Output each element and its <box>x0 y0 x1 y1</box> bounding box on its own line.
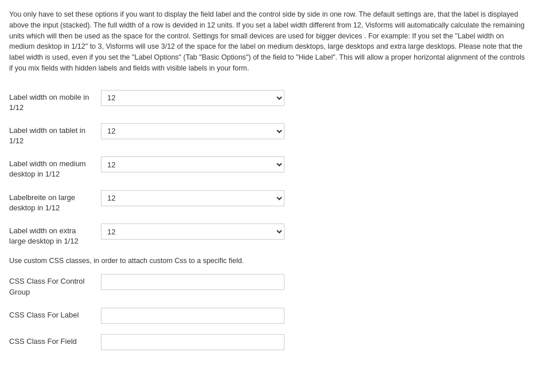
select-label-width-mobile[interactable]: 123456789101112 <box>101 90 284 106</box>
input-css-class-label[interactable] <box>101 308 284 324</box>
label-label-width-medium: Label width on medium desktop in 1/12 <box>9 156 101 179</box>
select-label-width-extra-large[interactable]: 123456789101112 <box>101 224 284 240</box>
row-label-width-tablet: Label width on tablet in 1/1212345678910… <box>9 123 529 146</box>
select-label-width-tablet[interactable]: 123456789101112 <box>101 123 284 139</box>
label-css-class-field: CSS Class For Field <box>9 334 101 347</box>
input-css-class-field[interactable] <box>101 334 284 350</box>
label-label-width-mobile: Label width on mobile in 1/12 <box>9 90 101 113</box>
label-label-width-extra-large: Label width on extra large desktop in 1/… <box>9 224 101 246</box>
css-section-note: Use custom CSS classes, in order to atta… <box>9 257 529 265</box>
row-css-class-label: CSS Class For Label <box>9 308 529 324</box>
row-label-width-medium: Label width on medium desktop in 1/12123… <box>9 156 529 179</box>
select-label-width-medium[interactable]: 123456789101112 <box>101 156 284 173</box>
row-label-width-mobile: Label width on mobile in 1/1212345678910… <box>9 90 529 113</box>
label-css-class-label: CSS Class For Label <box>9 308 101 320</box>
label-label-width-large: Labelbreite on large desktop in 1/12 <box>9 190 101 213</box>
row-label-width-extra-large: Label width on extra large desktop in 1/… <box>9 224 529 246</box>
row-css-class-field: CSS Class For Field <box>9 334 529 350</box>
label-label-width-tablet: Label width on tablet in 1/12 <box>9 123 101 146</box>
description-text: You only have to set these options if yo… <box>9 9 529 74</box>
row-label-width-large: Labelbreite on large desktop in 1/121234… <box>9 190 529 213</box>
select-label-width-large[interactable]: 123456789101112 <box>101 190 284 206</box>
input-css-class-control-group[interactable] <box>101 274 284 290</box>
label-css-class-control-group: CSS Class For Control Group <box>9 274 101 297</box>
row-css-class-control-group: CSS Class For Control Group <box>9 274 529 297</box>
